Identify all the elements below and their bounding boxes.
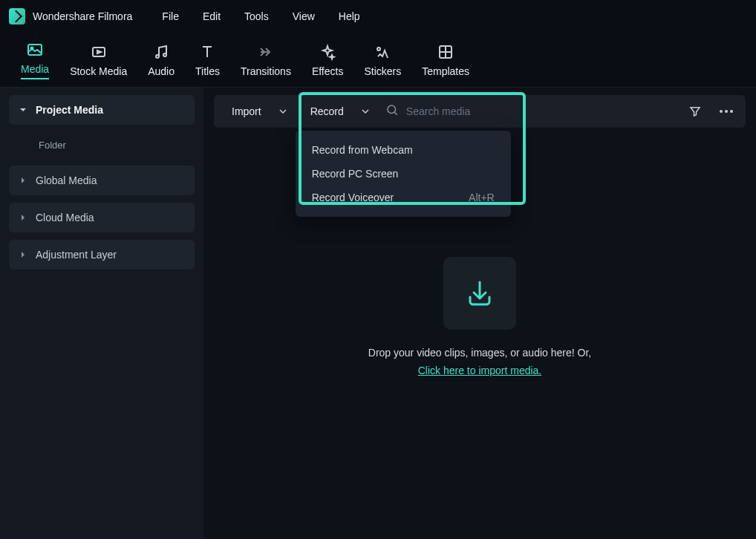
chevron-right-icon (19, 251, 27, 258)
record-menu-item-shortcut: Alt+R (469, 192, 495, 203)
chevron-down-icon (19, 106, 27, 114)
stickers-icon (374, 43, 391, 61)
sidebar-item-label: Global Media (36, 174, 97, 186)
tab-stickers[interactable]: Stickers (364, 40, 401, 80)
tab-audio[interactable]: Audio (148, 40, 175, 80)
menu-bar: File Edit Tools View Help (162, 10, 359, 22)
record-dropdown[interactable]: Record Record from Webcam Record PC Scre… (303, 101, 377, 122)
app-title: Wondershare Filmora (33, 10, 132, 22)
sidebar-item-adjustment-layer[interactable]: Adjustment Layer (9, 240, 195, 270)
chevron-down-icon (362, 105, 369, 117)
record-menu-item-label: Record PC Screen (312, 168, 399, 180)
tab-stock-media-label: Stock Media (70, 65, 127, 77)
search-input[interactable] (406, 105, 677, 117)
tab-transitions[interactable]: Transitions (241, 40, 291, 80)
main-area: Import Record Record from Webcam Record … (203, 88, 756, 539)
more-icon (720, 110, 733, 113)
filter-icon (688, 105, 702, 118)
chevron-right-icon (19, 177, 27, 184)
record-menu-webcam[interactable]: Record from Webcam (296, 138, 511, 162)
svg-point-4 (163, 53, 166, 56)
tab-effects[interactable]: Effects (312, 40, 344, 80)
menu-view[interactable]: View (293, 10, 315, 22)
sidebar-folder[interactable]: Folder (9, 132, 195, 158)
dropzone-message: Drop your video clips, images, or audio … (368, 347, 591, 359)
tab-transitions-label: Transitions (241, 65, 291, 77)
filter-button[interactable] (686, 102, 704, 120)
media-icon (26, 41, 44, 59)
download-icon (461, 275, 498, 312)
tab-templates-label: Templates (422, 65, 469, 77)
dropzone-text: Drop your video clips, images, or audio … (368, 344, 591, 380)
svg-point-5 (377, 48, 380, 50)
import-media-link[interactable]: Click here to import media. (418, 365, 542, 376)
record-menu-pc-screen[interactable]: Record PC Screen (296, 162, 511, 186)
app-logo-icon (9, 8, 25, 24)
search-icon (385, 103, 399, 120)
record-label: Record (310, 105, 344, 117)
tab-stickers-label: Stickers (364, 65, 401, 77)
import-dropdown[interactable]: Import (224, 101, 294, 122)
app-brand: Wondershare Filmora (9, 8, 132, 24)
audio-icon (152, 43, 170, 61)
more-button[interactable] (717, 102, 735, 120)
tab-media[interactable]: Media (21, 38, 49, 82)
record-menu: Record from Webcam Record PC Screen Reco… (296, 131, 511, 217)
record-menu-item-label: Record from Webcam (312, 144, 413, 156)
menu-file[interactable]: File (162, 10, 179, 22)
sidebar-item-label: Cloud Media (36, 212, 94, 223)
tab-effects-label: Effects (312, 65, 344, 77)
menu-tools[interactable]: Tools (244, 10, 269, 22)
tab-strip: Media Stock Media Audio Titles Transitio… (0, 33, 756, 88)
templates-icon (437, 43, 454, 61)
menu-edit[interactable]: Edit (203, 10, 221, 22)
stock-media-icon (90, 43, 108, 61)
effects-icon (319, 43, 336, 61)
tab-templates[interactable]: Templates (422, 40, 469, 80)
menu-help[interactable]: Help (339, 10, 360, 22)
tab-stock-media[interactable]: Stock Media (70, 40, 127, 80)
search-box (385, 103, 677, 120)
import-label: Import (232, 105, 261, 117)
sidebar: Project Media Folder Global Media Cloud … (0, 88, 203, 539)
sidebar-folder-label: Folder (39, 140, 66, 151)
transitions-icon (257, 43, 275, 61)
record-menu-item-label: Record Voiceover (312, 192, 394, 203)
import-icon-box (443, 257, 516, 330)
sidebar-item-project-media[interactable]: Project Media (9, 95, 195, 125)
sidebar-item-label: Project Media (36, 104, 103, 116)
tab-titles[interactable]: Titles (195, 40, 220, 80)
tab-titles-label: Titles (195, 65, 220, 77)
record-menu-voiceover[interactable]: Record Voiceover Alt+R (296, 186, 511, 209)
sidebar-item-label: Adjustment Layer (36, 249, 117, 261)
chevron-down-icon (279, 105, 287, 117)
main-toolbar: Import Record Record from Webcam Record … (214, 95, 746, 128)
tab-audio-label: Audio (148, 65, 175, 77)
sidebar-item-global-media[interactable]: Global Media (9, 166, 195, 195)
svg-point-3 (156, 55, 159, 58)
sidebar-item-cloud-media[interactable]: Cloud Media (9, 203, 195, 232)
titles-icon (198, 43, 216, 61)
chevron-right-icon (19, 214, 27, 221)
svg-point-7 (388, 105, 396, 114)
tab-media-label: Media (21, 63, 49, 79)
